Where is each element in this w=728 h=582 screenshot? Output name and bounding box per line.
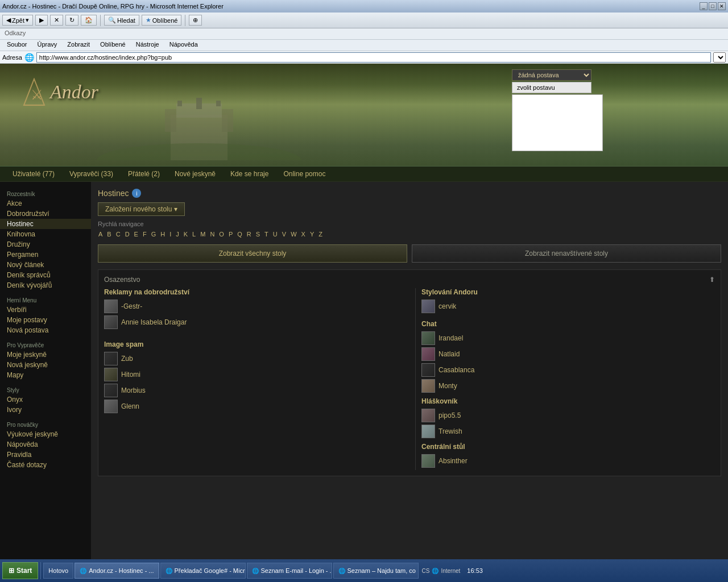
nav-kde-se-hraje[interactable]: Kde se hraje	[224, 168, 275, 180]
taskbar-seznam[interactable]: 🌐 Seznam – Najdu tam, co ...	[333, 563, 419, 571]
alpha-f[interactable]: F	[142, 231, 147, 238]
sidebar-druziny[interactable]: Družiny	[0, 239, 91, 250]
menu-favorites[interactable]: Oblíbené	[96, 40, 130, 50]
alpha-a[interactable]: A	[98, 231, 103, 238]
sidebar-ivory[interactable]: Ivory	[0, 405, 91, 415]
taskbar-seznam-email[interactable]: 🌐 Seznam E-mail - Login - ...	[247, 563, 332, 571]
show-unvisited-tables-button[interactable]: Zobrazit nenavštívené stoly	[412, 244, 721, 263]
member-hitomi[interactable]: Hitomi	[104, 368, 398, 381]
back-button[interactable]: ◀ Zpět ▾	[2, 15, 33, 26]
menu-edit[interactable]: Úpravy	[32, 40, 61, 50]
alpha-t[interactable]: T	[264, 231, 269, 238]
taskbar-prekladac[interactable]: 🌐 Překladač Google# - Micr...	[160, 563, 246, 571]
alpha-b[interactable]: B	[106, 231, 111, 238]
alpha-w[interactable]: W	[290, 231, 297, 238]
menu-help[interactable]: Nápověda	[165, 40, 202, 50]
search-button[interactable]: 🔍 Hledat	[104, 15, 139, 26]
alpha-d[interactable]: D	[125, 231, 130, 238]
sidebar-pergamen[interactable]: Pergamen	[0, 250, 91, 260]
alpha-g[interactable]: G	[151, 231, 157, 238]
sidebar-denik-spravcu[interactable]: Deník správců	[0, 270, 91, 280]
nav-nove-jeskyne[interactable]: Nové jeskyně	[168, 168, 222, 180]
maximize-button[interactable]: □	[709, 2, 717, 10]
alpha-c[interactable]: C	[115, 231, 121, 238]
alpha-q[interactable]: Q	[237, 231, 243, 238]
alpha-s[interactable]: S	[255, 231, 260, 238]
alpha-h[interactable]: H	[160, 231, 166, 238]
member-irandael[interactable]: Irandael	[421, 331, 715, 345]
member-absinther[interactable]: Absinther	[421, 454, 715, 468]
sidebar-onyx[interactable]: Onyx	[0, 394, 91, 405]
sidebar-knihovna[interactable]: Knihovna	[0, 229, 91, 239]
alpha-k[interactable]: K	[183, 231, 188, 238]
menu-view[interactable]: Zobrazit	[63, 40, 94, 50]
stop-button[interactable]: ✕	[50, 15, 63, 26]
alpha-x[interactable]: X	[301, 231, 306, 238]
sidebar-mapy[interactable]: Mapy	[0, 370, 91, 380]
alpha-z[interactable]: Z	[318, 231, 323, 238]
new-table-button[interactable]: Založení nového stolu ▾	[98, 202, 185, 216]
sidebar-akce[interactable]: Akce	[0, 198, 91, 209]
member-monty[interactable]: Monty	[421, 379, 715, 393]
member-pipo[interactable]: pipo5.5	[421, 409, 715, 422]
sidebar-moje-postavy[interactable]: Moje postavy	[0, 315, 91, 325]
member-casablanca[interactable]: Casablanca	[421, 363, 715, 377]
glenn-name: Glenn	[121, 402, 139, 410]
menu-tools[interactable]: Nástroje	[131, 40, 164, 50]
menu-file[interactable]: Soubor	[2, 40, 31, 50]
alpha-e[interactable]: E	[134, 231, 139, 238]
hitomi-avatar	[104, 368, 118, 381]
home-button[interactable]: 🏠	[81, 15, 97, 26]
forward-button[interactable]: ▶	[35, 15, 48, 26]
favorites-button[interactable]: ★ Oblíbené	[142, 15, 182, 26]
member-cervik[interactable]: cervik	[421, 300, 715, 313]
alpha-p[interactable]: P	[228, 231, 233, 238]
taskbar-andor[interactable]: 🌐 Andor.cz - Hostinec - ...	[75, 563, 159, 571]
choose-character-option[interactable]: zvolit postavu	[512, 82, 591, 93]
show-all-tables-button[interactable]: Zobrazit všechny stoly	[98, 244, 407, 263]
alpha-v[interactable]: V	[282, 231, 287, 238]
alpha-i[interactable]: I	[169, 231, 172, 238]
member-annie[interactable]: Annie Isabela Draigar	[104, 315, 398, 329]
character-select[interactable]: žádná postava	[512, 69, 592, 81]
sidebar-dobrodruzstvi[interactable]: Dobrodružství	[0, 209, 91, 219]
alpha-n[interactable]: N	[209, 231, 215, 238]
address-input[interactable]	[36, 52, 711, 63]
sidebar-moje-jeskyne[interactable]: Moje jeskyně	[0, 350, 91, 360]
nav-vypraveči[interactable]: Vypravěči (33)	[63, 168, 120, 180]
start-button[interactable]: ⊞ Start	[2, 562, 38, 571]
nav-uzivatele[interactable]: Uživatelé (77)	[6, 168, 61, 180]
sidebar-napoveda[interactable]: Nápověda	[0, 439, 91, 450]
alpha-m[interactable]: M	[200, 231, 206, 238]
sidebar-novy-clanek[interactable]: Nový článek	[0, 260, 91, 270]
address-dropdown[interactable]	[713, 52, 726, 63]
member-natlaid[interactable]: Natlaid	[421, 347, 715, 361]
member-trewish[interactable]: Trewish	[421, 425, 715, 438]
sidebar-pravidla[interactable]: Pravidla	[0, 450, 91, 460]
sidebar-hostinec[interactable]: Hostinec	[0, 219, 91, 229]
collapse-icon[interactable]: ⬆	[709, 276, 715, 284]
sidebar-verbiri[interactable]: Verbíři	[0, 305, 91, 315]
alpha-u[interactable]: U	[272, 231, 278, 238]
member-gestr[interactable]: -Gestr-	[104, 300, 398, 313]
refresh-button[interactable]: ↻	[65, 15, 78, 26]
nav-pratele[interactable]: Přátelé (2)	[121, 168, 167, 180]
sidebar-denik-vyvojaru[interactable]: Deník vývojářů	[0, 280, 91, 290]
alpha-j[interactable]: J	[175, 231, 180, 238]
member-zub[interactable]: Zub	[104, 352, 398, 365]
alpha-r[interactable]: R	[246, 231, 252, 238]
alpha-o[interactable]: O	[218, 231, 225, 238]
info-icon[interactable]: i	[132, 189, 141, 198]
member-glenn[interactable]: Glenn	[104, 400, 398, 413]
alpha-l[interactable]: L	[192, 231, 196, 238]
sidebar-nova-postava[interactable]: Nová postava	[0, 325, 91, 335]
sidebar-vyukove-jeskyne[interactable]: Výukové jeskyně	[0, 429, 91, 439]
sidebar-nova-jeskyne[interactable]: Nová jeskyně	[0, 360, 91, 370]
member-morbius[interactable]: Morbius	[104, 384, 398, 397]
minimize-button[interactable]: _	[700, 2, 708, 10]
alpha-y[interactable]: Y	[309, 231, 315, 238]
nav-online-pomoc[interactable]: Online pomoc	[276, 168, 332, 180]
misc-button[interactable]: ⊕	[189, 15, 202, 26]
close-button[interactable]: ✕	[718, 2, 726, 10]
sidebar-caste-dotazy[interactable]: Časté dotazy	[0, 460, 91, 470]
